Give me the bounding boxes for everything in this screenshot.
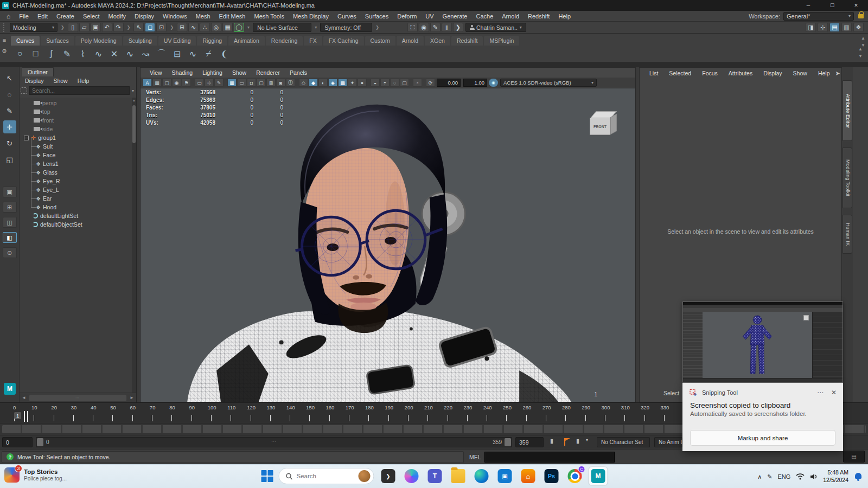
arc-tool-icon[interactable]: ⌒ <box>155 47 168 61</box>
playback-start-field[interactable]: 0 <box>2 437 33 447</box>
new-scene-icon[interactable]: ▯ <box>68 23 78 32</box>
volume-icon[interactable] <box>810 473 818 480</box>
outliner-camera-item[interactable]: side <box>20 125 132 133</box>
terminal-app-icon[interactable]: ❯ <box>379 467 398 485</box>
refresh-icon[interactable]: ⟳ <box>426 79 435 87</box>
shadows-icon[interactable]: ◐ <box>318 79 328 87</box>
curve-intersect-icon[interactable]: ✕ <box>107 47 121 61</box>
group-arrow-icon[interactable]: ❯ <box>126 25 132 30</box>
shelf-menu-icon[interactable]: ≡ <box>3 37 6 43</box>
outliner-vertical-scrollbar[interactable]: ▲ <box>132 98 136 393</box>
time-tick[interactable]: 20 <box>54 404 73 422</box>
scale-tool-icon[interactable]: ◱ <box>3 153 16 166</box>
tab-modeling-toolkit[interactable]: Modeling Toolkit <box>843 147 852 208</box>
view-cube-front-face[interactable]: FRONT <box>590 118 610 135</box>
viewport-menu-item[interactable]: Lighting <box>197 69 227 76</box>
view-cube[interactable]: FRONT <box>590 110 618 140</box>
chrome-app-icon[interactable]: C <box>566 467 584 485</box>
menu-item[interactable]: Cache <box>471 13 497 20</box>
grease-pencil-icon[interactable]: ✎ <box>214 79 224 87</box>
ambient-occlusion-icon[interactable]: ◈ <box>328 79 337 87</box>
teams-app-icon[interactable]: T <box>426 467 444 485</box>
pause-viewport-icon[interactable]: ‖ <box>442 23 452 32</box>
viewport-canvas[interactable]: Verts:3756800 Edges:7536300 Faces:378050… <box>141 88 635 402</box>
bezier-curve-tool-icon[interactable]: ∿ <box>92 47 105 61</box>
minimize-button[interactable]: ─ <box>796 0 820 11</box>
shelf-gear-icon[interactable]: ⚙ <box>2 48 7 55</box>
outliner-menu-item[interactable]: Show <box>49 76 72 85</box>
mel-command-input[interactable] <box>484 452 615 463</box>
viewport-menu-item[interactable]: Show <box>227 69 251 76</box>
workspace-dropdown[interactable]: General* ▾ <box>783 12 854 21</box>
camera-attributes-icon[interactable]: ◉ <box>172 79 181 87</box>
gutter-scroll-arrows[interactable]: ▲▼ <box>853 47 868 59</box>
open-scene-icon[interactable]: ▱ <box>79 23 90 32</box>
two-pane-layout-icon[interactable]: ◫ <box>3 217 17 228</box>
tab-human-ik[interactable]: Human IK <box>843 215 852 254</box>
shelf-tab[interactable]: MSPlugin <box>484 36 519 46</box>
outliner-search-input[interactable] <box>29 86 130 95</box>
menu-item[interactable]: Edit Mesh <box>215 13 250 20</box>
range-slider[interactable]: 0 ⋯ 359 <box>36 437 512 447</box>
character-set-selector[interactable]: No Character Set <box>597 437 650 447</box>
straighten-curve-icon[interactable]: ⌿ <box>202 47 215 61</box>
textured-icon[interactable]: ▢ <box>400 79 409 87</box>
menu-item[interactable]: Arnold <box>497 13 524 20</box>
time-tick[interactable]: 60 <box>132 404 152 422</box>
gate-mask-icon[interactable]: ▢ <box>257 79 266 87</box>
save-scene-icon[interactable]: ▣ <box>91 23 101 32</box>
menu-item[interactable]: Help <box>554 13 575 20</box>
menu-set-dropdown[interactable]: Modeling ▾ <box>10 23 58 32</box>
shelf-tab[interactable]: Surfaces <box>41 36 74 46</box>
attribute-editor-menu-item[interactable]: Display <box>758 70 787 76</box>
widgets-button[interactable]: 3 Top Stories Police piece tog... <box>4 467 67 483</box>
outliner-tab[interactable]: Outliner <box>22 67 54 76</box>
zoom-layout-icon[interactable]: ⊙ <box>3 247 17 258</box>
smooth-curve-icon[interactable]: ❨ <box>218 47 231 61</box>
cv-curve-tool-icon[interactable]: ⌇ <box>76 47 90 61</box>
exposure-field[interactable]: 0.00 <box>437 79 461 87</box>
shelf-tab[interactable]: Curves <box>11 36 40 46</box>
menu-item[interactable]: Mesh Display <box>289 13 333 20</box>
snap-to-view-plane-icon[interactable]: ▦ <box>222 23 233 32</box>
isolate-select-icon[interactable]: ▫ <box>413 79 422 87</box>
bookmark-flag-icon[interactable] <box>564 438 571 446</box>
time-tick[interactable]: 50 <box>112 404 132 422</box>
shelf-tab[interactable]: Sculpting <box>123 36 157 46</box>
notification-close-icon[interactable]: ✕ <box>831 389 837 396</box>
filter-icon[interactable] <box>21 87 27 94</box>
render-settings-icon[interactable]: ✎ <box>430 23 441 32</box>
pen-icon[interactable]: ✎ <box>767 473 772 480</box>
viewport-menu-item[interactable]: Panels <box>285 69 312 76</box>
lasso-select-tool-icon[interactable]: ◌ <box>3 88 16 101</box>
maximize-button[interactable]: ☐ <box>820 0 844 11</box>
wireframe-on-shaded-icon[interactable]: ◌ <box>390 79 399 87</box>
menu-item[interactable]: Edit <box>33 13 52 20</box>
viewport-menu-item[interactable]: Shading <box>167 69 198 76</box>
markup-and-share-button[interactable]: Markup and share <box>690 430 835 446</box>
marker-icon[interactable]: ▮ <box>576 438 579 445</box>
lock-icon[interactable] <box>858 14 864 18</box>
extend-curve-icon[interactable]: ↝ <box>139 47 152 61</box>
rotate-tool-icon[interactable]: ↻ <box>3 137 16 150</box>
move-tool-icon[interactable]: ✛ <box>3 120 16 133</box>
snap-to-curve-icon[interactable]: ∿ <box>188 23 199 32</box>
smooth-shade-icon[interactable]: ◓ <box>380 79 390 87</box>
paint-select-tool-icon[interactable]: ✎ <box>3 104 16 117</box>
group-arrow-icon[interactable]: ❯ <box>169 25 175 30</box>
wireframe-icon[interactable]: ◒ <box>371 79 380 87</box>
render-view-icon[interactable]: ⛶ <box>407 23 418 32</box>
resolution-gate-icon[interactable]: ◘ <box>247 79 256 87</box>
notification-bell-icon[interactable] <box>854 472 863 481</box>
launch-arrow-icon[interactable]: ❯ <box>453 23 463 32</box>
camera-select-icon[interactable]: ▦ <box>152 79 162 87</box>
humanik-toggle-icon[interactable]: ⊹ <box>818 23 828 32</box>
outliner-set-item[interactable]: defaultLightSet <box>20 211 132 220</box>
image-plane-icon[interactable]: ▭ <box>195 79 204 87</box>
current-frame-field[interactable]: 1 <box>14 412 21 419</box>
attribute-editor-toggle-icon[interactable]: ▤ <box>829 23 840 32</box>
shelf-tab[interactable]: Poly Modeling <box>75 36 122 46</box>
collapse-icon[interactable]: − <box>24 136 29 140</box>
range-end-handle[interactable] <box>505 438 511 446</box>
film-gate-icon[interactable]: ▭ <box>237 79 246 87</box>
